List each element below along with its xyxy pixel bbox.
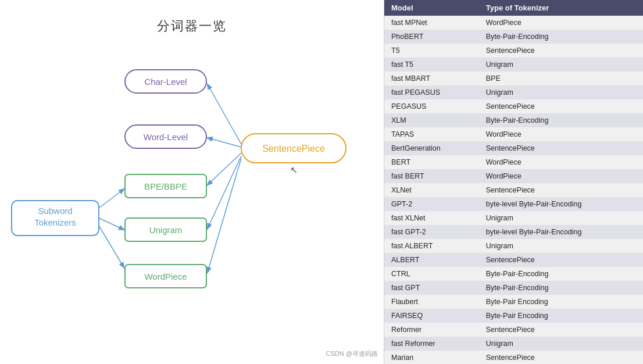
svg-text:Subword: Subword: [38, 206, 72, 216]
svg-text:Tokenizers: Tokenizers: [34, 217, 76, 227]
tokenizer-table: Model Type of Tokenizer fast MPNetWordPi…: [384, 0, 643, 364]
diagram-section: 分词器一览 Subword Tokenizers Char-Level Word…: [0, 0, 384, 364]
cell-tokenizer-type: WordPiece: [479, 169, 643, 183]
svg-text:SentencePiece: SentencePiece: [262, 144, 325, 154]
cell-tokenizer-type: Unigram: [479, 239, 643, 253]
cell-model: XLNet: [384, 183, 479, 197]
cell-model: TAPAS: [384, 127, 479, 141]
cell-tokenizer-type: Unigram: [479, 85, 643, 99]
cell-model: fast GPT: [384, 281, 479, 295]
cell-tokenizer-type: BPE: [479, 72, 643, 85]
cell-tokenizer-type: SentencePiece: [479, 351, 643, 364]
cell-model: CTRL: [384, 267, 479, 281]
cell-model: fast GPT-2: [384, 225, 479, 239]
cell-model: XLM: [384, 113, 479, 127]
cell-tokenizer-type: Byte-Pair Encoding: [479, 295, 643, 309]
svg-text:WordPiece: WordPiece: [144, 272, 187, 281]
cell-tokenizer-type: SentencePiece: [479, 99, 643, 113]
cell-model: fast T5: [384, 58, 479, 72]
cell-tokenizer-type: SentencePiece: [479, 183, 643, 197]
watermark: CSDN @寻道码路: [326, 349, 378, 358]
cell-model: BertGeneration: [384, 141, 479, 155]
table-row: fast GPTByte-Pair-Encoding: [384, 281, 643, 295]
cell-model: fast PEGASUS: [384, 85, 479, 99]
table-row: TAPASWordPiece: [384, 127, 643, 141]
table-row: FAIRSEQByte-Pair Encoding: [384, 309, 643, 323]
svg-text:↖: ↖: [290, 165, 298, 175]
diagram-svg: Subword Tokenizers Char-Level Word-Level…: [0, 0, 384, 364]
table-row: GPT-2byte-level Byte-Pair-Encoding: [384, 197, 643, 211]
table-row: FlaubertByte-Pair Encoding: [384, 295, 643, 309]
cell-model: T5: [384, 44, 479, 58]
col-model: Model: [384, 0, 479, 16]
cell-tokenizer-type: Unigram: [479, 58, 643, 72]
svg-line-21: [208, 156, 241, 229]
cell-model: PhoBERT: [384, 30, 479, 44]
cell-tokenizer-type: SentencePiece: [479, 44, 643, 58]
cell-model: Reformer: [384, 323, 479, 337]
table-row: fast ReformerUnigram: [384, 337, 643, 351]
cell-tokenizer-type: WordPiece: [479, 127, 643, 141]
cell-tokenizer-type: byte-level Byte-Pair-Encoding: [479, 197, 643, 211]
cell-model: PEGASUS: [384, 99, 479, 113]
table-row: BertGenerationSentencePiece: [384, 141, 643, 155]
table-row: fast MPNetWordPiece: [384, 16, 643, 30]
cell-model: fast XLNet: [384, 211, 479, 225]
cell-tokenizer-type: Byte-Pair Encoding: [479, 309, 643, 323]
table-row: PEGASUSSentencePiece: [384, 99, 643, 113]
svg-text:Char-Level: Char-Level: [144, 77, 187, 87]
cell-tokenizer-type: Unigram: [479, 211, 643, 225]
cell-tokenizer-type: Byte-Pair-Encoding: [479, 267, 643, 281]
svg-line-20: [208, 153, 241, 185]
table-row: CTRLByte-Pair-Encoding: [384, 267, 643, 281]
table-row: fast BERTWordPiece: [384, 169, 643, 183]
cell-tokenizer-type: WordPiece: [479, 16, 643, 30]
cell-tokenizer-type: SentencePiece: [479, 141, 643, 155]
table-row: fast PEGASUSUnigram: [384, 85, 643, 99]
table-row: fast ALBERTUnigram: [384, 239, 643, 253]
cell-tokenizer-type: Byte-Pair-Encoding: [479, 113, 643, 127]
col-tokenizer: Type of Tokenizer: [479, 0, 643, 16]
svg-line-17: [99, 226, 124, 267]
table-row: ALBERTSentencePiece: [384, 253, 643, 267]
cell-model: fast ALBERT: [384, 239, 479, 253]
cell-model: BERT: [384, 155, 479, 169]
svg-text:BPE/BBPE: BPE/BBPE: [144, 181, 187, 191]
cell-tokenizer-type: Byte-Pair-Encoding: [479, 281, 643, 295]
table-row: XLNetSentencePiece: [384, 183, 643, 197]
table-row: fast GPT-2byte-level Byte-Pair-Encoding: [384, 225, 643, 239]
table-row: XLMByte-Pair-Encoding: [384, 113, 643, 127]
table-row: fast T5Unigram: [384, 58, 643, 72]
cell-tokenizer-type: SentencePiece: [479, 323, 643, 337]
cell-model: fast MPNet: [384, 16, 479, 30]
cell-model: Marian: [384, 351, 479, 364]
table-section: Model Type of Tokenizer fast MPNetWordPi…: [384, 0, 643, 364]
table-row: MarianSentencePiece: [384, 351, 643, 364]
table-row: fast MBARTBPE: [384, 72, 643, 85]
cell-model: Flaubert: [384, 295, 479, 309]
cell-model: FAIRSEQ: [384, 309, 479, 323]
svg-line-15: [99, 189, 124, 208]
svg-text:Unigram: Unigram: [149, 225, 183, 235]
cell-tokenizer-type: Unigram: [479, 337, 643, 351]
svg-line-16: [99, 218, 124, 230]
table-row: ReformerSentencePiece: [384, 323, 643, 337]
svg-text:Word-Level: Word-Level: [144, 132, 188, 142]
svg-line-22: [208, 158, 241, 272]
cell-model: fast Reformer: [384, 337, 479, 351]
cell-tokenizer-type: Byte-Pair-Encoding: [479, 30, 643, 44]
cell-tokenizer-type: byte-level Byte-Pair-Encoding: [479, 225, 643, 239]
cell-model: fast BERT: [384, 169, 479, 183]
cell-model: ALBERT: [384, 253, 479, 267]
cell-model: GPT-2: [384, 197, 479, 211]
table-row: BERTWordPiece: [384, 155, 643, 169]
table-row: T5SentencePiece: [384, 44, 643, 58]
svg-line-18: [208, 84, 241, 144]
cell-model: fast MBART: [384, 72, 479, 85]
cell-tokenizer-type: WordPiece: [479, 155, 643, 169]
svg-line-19: [208, 138, 241, 147]
table-header-row: Model Type of Tokenizer: [384, 0, 643, 16]
cell-tokenizer-type: SentencePiece: [479, 253, 643, 267]
table-row: PhoBERTByte-Pair-Encoding: [384, 30, 643, 44]
table-row: fast XLNetUnigram: [384, 211, 643, 225]
